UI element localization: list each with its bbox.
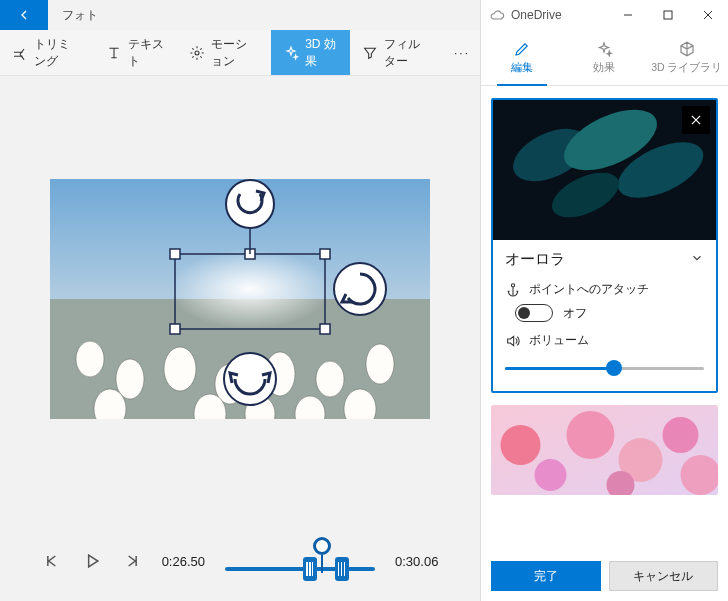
volume-icon xyxy=(505,333,521,349)
rotate-bottom-handle xyxy=(224,353,276,405)
anchor-icon xyxy=(505,282,521,298)
window-minimize-button[interactable] xyxy=(608,0,648,30)
svg-point-35 xyxy=(535,459,567,491)
filter-icon xyxy=(362,45,378,61)
toolbar: トリミング テキスト モーション 3D 効果 フィルター ··· xyxy=(0,30,480,76)
next-frame-button[interactable] xyxy=(122,551,142,571)
app-title: フォト xyxy=(62,7,98,24)
svg-point-5 xyxy=(164,347,196,391)
trim-end-handle[interactable] xyxy=(335,557,349,581)
tool-label: 3D 効果 xyxy=(305,36,338,70)
svg-point-8 xyxy=(316,361,344,397)
tool-trim[interactable]: トリミング xyxy=(0,30,94,75)
tool-more[interactable]: ··· xyxy=(444,30,480,75)
text-icon xyxy=(106,45,122,61)
sparkle-icon xyxy=(595,40,613,58)
tool-3d-effect[interactable]: 3D 効果 xyxy=(271,30,350,75)
tab-label: 効果 xyxy=(593,61,615,75)
svg-point-38 xyxy=(663,417,699,453)
window-maximize-button[interactable] xyxy=(648,0,688,30)
effect-card: オーロラ ポイントへのアタッチ オフ ボリューム xyxy=(491,98,718,393)
play-button[interactable] xyxy=(82,551,102,571)
rotate-top-handle xyxy=(226,180,274,228)
tool-filter[interactable]: フィルター xyxy=(350,30,444,75)
cube-icon xyxy=(678,40,696,58)
svg-point-24 xyxy=(334,263,386,315)
pencil-icon xyxy=(513,40,531,58)
effect-preview[interactable] xyxy=(493,100,716,240)
timeline: 0:26.50 0:30.06 xyxy=(0,521,480,601)
volume-slider[interactable] xyxy=(505,359,704,377)
back-button[interactable] xyxy=(0,0,48,30)
svg-point-3 xyxy=(76,341,104,377)
svg-point-32 xyxy=(511,283,514,286)
tool-text[interactable]: テキスト xyxy=(94,30,178,75)
effect-title: オーロラ xyxy=(505,250,565,269)
trim-start-handle[interactable] xyxy=(303,557,317,581)
tool-motion[interactable]: モーション xyxy=(177,30,271,75)
sparkle-icon xyxy=(283,45,299,61)
tab-edit[interactable]: 編集 xyxy=(481,30,563,85)
tool-label: フィルター xyxy=(384,36,432,70)
more-icon: ··· xyxy=(454,46,470,60)
close-card-button[interactable] xyxy=(682,106,710,134)
attach-label: ポイントへのアタッチ xyxy=(529,281,649,298)
canvas[interactable] xyxy=(0,76,480,521)
svg-point-34 xyxy=(501,425,541,465)
timeline-track[interactable] xyxy=(225,541,375,581)
toggle-state-label: オフ xyxy=(563,305,587,322)
svg-point-36 xyxy=(567,411,615,459)
slider-thumb[interactable] xyxy=(606,360,622,376)
chevron-down-icon[interactable] xyxy=(690,251,704,268)
time-current: 0:26.50 xyxy=(162,554,205,569)
svg-rect-17 xyxy=(170,249,180,259)
tab-label: 編集 xyxy=(511,61,533,75)
motion-icon xyxy=(189,45,205,61)
svg-point-4 xyxy=(116,359,144,399)
tool-label: トリミング xyxy=(34,36,82,70)
window-close-button[interactable] xyxy=(688,0,728,30)
tab-3d-library[interactable]: 3D ライブラリ xyxy=(646,30,728,85)
onedrive-icon xyxy=(489,7,505,23)
svg-point-23 xyxy=(226,180,274,228)
svg-rect-20 xyxy=(320,324,330,334)
prev-frame-button[interactable] xyxy=(42,551,62,571)
right-titlebar: OneDrive xyxy=(481,0,728,30)
svg-point-15 xyxy=(170,249,330,329)
svg-point-9 xyxy=(366,344,394,384)
svg-rect-18 xyxy=(320,249,330,259)
svg-point-0 xyxy=(195,51,199,55)
attach-toggle[interactable] xyxy=(515,304,553,322)
tool-label: テキスト xyxy=(128,36,166,70)
right-tabs: 編集 効果 3D ライブラリ xyxy=(481,30,728,86)
volume-label: ボリューム xyxy=(529,332,589,349)
trim-icon xyxy=(12,45,28,61)
titlebar: フォト xyxy=(0,0,480,30)
svg-rect-26 xyxy=(664,11,672,19)
time-total: 0:30.06 xyxy=(395,554,438,569)
done-button[interactable]: 完了 xyxy=(491,561,601,591)
tab-effect[interactable]: 効果 xyxy=(563,30,645,85)
tool-label: モーション xyxy=(211,36,259,70)
svg-rect-19 xyxy=(170,324,180,334)
right-title: OneDrive xyxy=(511,8,562,22)
effect-thumbnail[interactable] xyxy=(491,405,718,495)
playhead[interactable] xyxy=(313,537,331,555)
rotate-right-handle xyxy=(334,263,386,315)
tab-label: 3D ライブラリ xyxy=(651,61,722,75)
cancel-button[interactable]: キャンセル xyxy=(609,561,719,591)
